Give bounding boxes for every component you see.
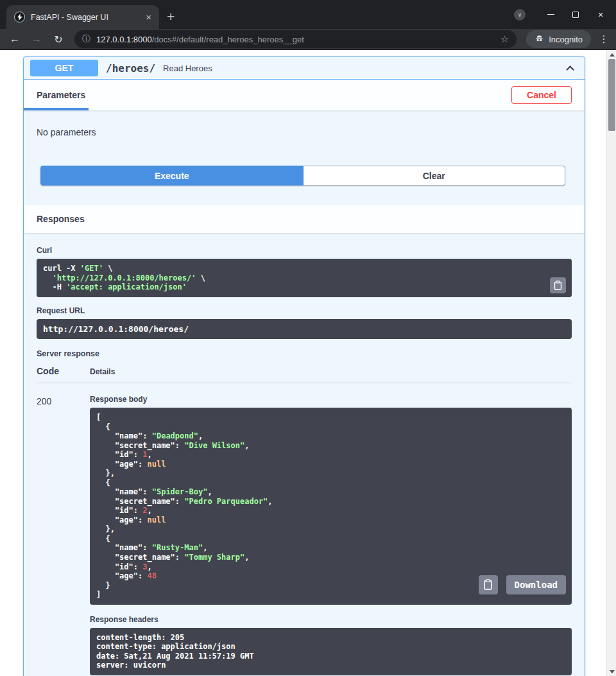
incognito-badge: Incognito bbox=[526, 30, 591, 48]
server-response-label: Server response bbox=[37, 349, 572, 358]
endpoint-path: /heroes/ bbox=[106, 62, 155, 74]
responses-title: Responses bbox=[37, 214, 85, 224]
scroll-down-arrow-icon bbox=[610, 670, 615, 673]
scroll-up-button[interactable] bbox=[607, 50, 616, 59]
endpoint-summary: Read Heroes bbox=[163, 64, 562, 73]
response-details: Response body Download [ { "name": "Dead… bbox=[90, 395, 572, 675]
window-controls: ∨ × bbox=[514, 0, 616, 29]
active-tab-underline bbox=[24, 108, 89, 110]
no-parameters-text: No parameters bbox=[24, 110, 585, 166]
site-info-icon[interactable]: ⓘ bbox=[82, 33, 90, 45]
menu-kebab-icon[interactable]: ⋮ bbox=[597, 33, 611, 45]
execute-button[interactable]: Execute bbox=[40, 166, 304, 186]
tab-close-icon[interactable]: × bbox=[143, 11, 154, 23]
method-badge: GET bbox=[30, 60, 98, 76]
parameters-header: Parameters Cancel bbox=[24, 80, 585, 110]
incognito-label: Incognito bbox=[549, 35, 583, 44]
curl-label: Curl bbox=[37, 246, 572, 255]
window-close-button[interactable]: × bbox=[593, 7, 608, 22]
scrollbar-thumb[interactable] bbox=[608, 59, 615, 131]
copy-response-button[interactable] bbox=[479, 575, 498, 594]
clear-button[interactable]: Clear bbox=[304, 166, 566, 186]
collapse-button[interactable] bbox=[562, 62, 576, 75]
browser-toolbar: ← → ↻ ⓘ 127.0.0.1:8000/docs#/default/rea… bbox=[0, 29, 616, 50]
reload-button[interactable]: ↻ bbox=[49, 33, 68, 46]
address-bar[interactable]: ⓘ 127.0.0.1:8000/docs#/default/read_hero… bbox=[74, 30, 517, 48]
curl-code-block: curl -X 'GET' \ 'http://127.0.0.1:8000/h… bbox=[37, 259, 572, 297]
response-body-block: Download [ { "name": "Deadpond", "secret… bbox=[90, 408, 572, 604]
copy-curl-button[interactable] bbox=[550, 277, 566, 293]
opblock-get-heroes: GET /heroes/ Read Heroes Parameters Canc… bbox=[23, 56, 585, 676]
browser-titlebar: FastAPI - Swagger UI × + ∨ × bbox=[0, 0, 616, 29]
forward-button[interactable]: → bbox=[27, 33, 46, 45]
response-body-controls: Download bbox=[479, 575, 566, 594]
url-text: 127.0.0.1:8000/docs#/default/read_heroes… bbox=[96, 35, 495, 44]
request-url-block: http://127.0.0.1:8000/heroes/ bbox=[37, 319, 572, 340]
incognito-icon bbox=[535, 33, 544, 45]
request-url-label: Request URL bbox=[37, 306, 572, 315]
scroll-up-arrow-icon bbox=[610, 53, 615, 56]
response-status-code: 200 bbox=[37, 395, 90, 675]
browser-tab[interactable]: FastAPI - Swagger UI × bbox=[6, 5, 159, 29]
response-headers-label: Response headers bbox=[90, 615, 572, 624]
clipboard-icon bbox=[483, 579, 493, 590]
back-button[interactable]: ← bbox=[5, 33, 24, 45]
execute-row: Execute Clear bbox=[24, 166, 585, 186]
swagger-page: GET /heroes/ Read Heroes Parameters Canc… bbox=[0, 50, 616, 676]
parameters-title: Parameters bbox=[37, 90, 85, 100]
clipboard-icon bbox=[554, 281, 562, 290]
response-headers-block: content-length: 205content-type: applica… bbox=[90, 628, 572, 675]
url-host: 127.0.0.1:8000 bbox=[96, 35, 152, 44]
opblock-summary[interactable]: GET /heroes/ Read Heroes bbox=[24, 57, 585, 80]
download-button[interactable]: Download bbox=[506, 575, 566, 594]
new-tab-button[interactable]: + bbox=[167, 10, 175, 23]
cancel-button[interactable]: Cancel bbox=[511, 86, 572, 104]
details-column-header: Details bbox=[90, 367, 115, 376]
tab-title: FastAPI - Swagger UI bbox=[31, 13, 137, 22]
scroll-down-button[interactable] bbox=[607, 667, 616, 676]
maximize-button[interactable] bbox=[568, 7, 583, 22]
maximize-icon bbox=[572, 12, 579, 18]
bookmark-star-icon[interactable]: ☆ bbox=[501, 33, 509, 45]
response-body-label: Response body bbox=[90, 395, 572, 404]
page-scrollbar[interactable] bbox=[606, 50, 616, 676]
url-path: /docs#/default/read_heroes_heroes__get bbox=[152, 35, 304, 44]
response-table-header: Code Details bbox=[37, 366, 572, 383]
browser-window: FastAPI - Swagger UI × + ∨ × ← → ↻ ⓘ 127… bbox=[0, 0, 616, 676]
minimize-button[interactable] bbox=[543, 7, 558, 22]
code-column-header: Code bbox=[37, 366, 90, 376]
responses-header: Responses bbox=[24, 205, 585, 233]
fastapi-favicon-icon bbox=[14, 12, 25, 22]
minimize-icon bbox=[547, 14, 554, 15]
response-row-200: 200 Response body Download [ { "name": "… bbox=[37, 383, 572, 675]
chevron-up-icon bbox=[566, 65, 574, 74]
responses-section: Curl curl -X 'GET' \ 'http://127.0.0.1:8… bbox=[24, 233, 585, 676]
tab-search-button[interactable]: ∨ bbox=[514, 9, 526, 21]
